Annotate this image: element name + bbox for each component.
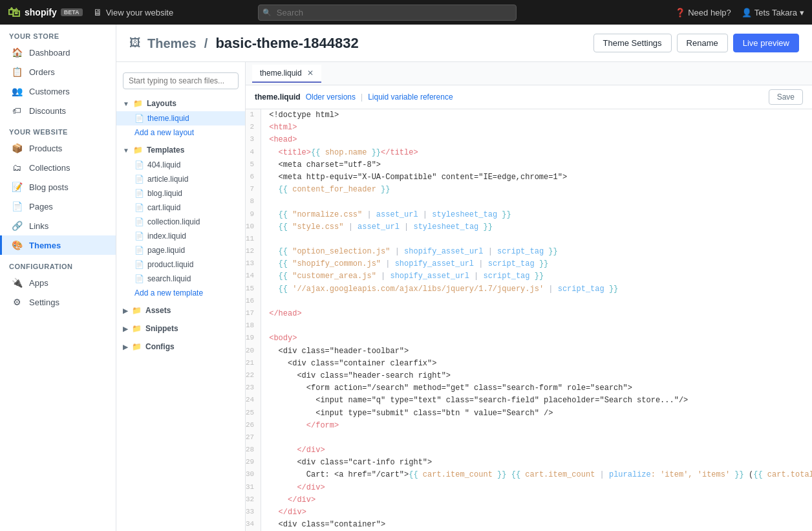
file-item-blog[interactable]: 📄 blog.liquid	[116, 186, 245, 200]
image-icon: 🖼	[129, 36, 141, 50]
table-row: 19 <body>	[246, 332, 812, 345]
line-number: 24	[246, 395, 261, 407]
live-preview-button[interactable]: Live preview	[733, 34, 799, 52]
table-row: 9 {{ "normalize.css" | asset_url | style…	[246, 209, 812, 221]
global-search	[258, 5, 517, 21]
assets-section-header[interactable]: ▶ 📁 Assets	[116, 303, 245, 318]
page-header-buttons: Theme Settings Rename Live preview	[593, 34, 799, 52]
top-nav-actions: ❓ Need help? 👤 Tets Takara ▾	[675, 8, 804, 17]
line-code	[261, 432, 812, 444]
line-number: 29	[246, 457, 261, 469]
page-title: Themes / basic-theme-1844832	[147, 35, 359, 52]
global-search-input[interactable]	[258, 5, 517, 21]
file-item-name: index.liquid	[147, 232, 186, 241]
your-store-label: YOUR STORE	[0, 25, 116, 43]
file-icon: 📄	[134, 189, 144, 198]
question-icon: ❓	[675, 8, 685, 17]
line-number: 25	[246, 407, 261, 420]
editor-tab-theme-liquid[interactable]: theme.liquid ✕	[252, 65, 321, 83]
line-code: {{ "style.css" | asset_url | stylesheet_…	[261, 221, 812, 233]
shopify-logo[interactable]: 🛍 shopify BETA	[8, 5, 83, 20]
sidebar-item-dashboard[interactable]: 🏠 Dashboard	[0, 43, 116, 62]
add-new-layout-link[interactable]: Add a new layout	[116, 125, 245, 140]
file-item-search[interactable]: 📄 search.liquid	[116, 272, 245, 286]
user-menu[interactable]: 👤 Tets Takara ▾	[742, 8, 804, 17]
sidebar-item-themes[interactable]: 🎨 Themes	[0, 235, 116, 255]
toolbar-separator: |	[361, 92, 363, 102]
table-row: 1 <!doctype html>	[246, 109, 812, 122]
close-tab-button[interactable]: ✕	[307, 69, 314, 78]
config-label: CONFIGURATION	[0, 255, 116, 273]
snippets-section-header[interactable]: ▶ 📁 Snippets	[116, 321, 245, 336]
file-icon: 📄	[134, 160, 144, 169]
sidebar-item-settings[interactable]: ⚙ Settings	[0, 292, 116, 312]
line-code	[261, 320, 812, 332]
file-item-404[interactable]: 📄 404.liquid	[116, 158, 245, 172]
line-number: 15	[246, 283, 261, 296]
need-help-button[interactable]: ❓ Need help?	[675, 8, 731, 17]
line-code: </div>	[261, 444, 812, 457]
line-number: 9	[246, 209, 261, 221]
assets-section: ▶ 📁 Assets	[116, 303, 245, 318]
view-website-button[interactable]: 🖥 View your website	[93, 7, 174, 17]
table-row: 32 </div>	[246, 494, 812, 506]
table-row: 14 {{ "customer_area.js" | shopify_asset…	[246, 270, 812, 283]
beta-badge: BETA	[61, 8, 83, 16]
theme-settings-button[interactable]: Theme Settings	[593, 34, 672, 52]
products-icon: 📦	[11, 143, 23, 153]
line-code	[261, 233, 812, 246]
line-code: <input name="q" type="text" class="searc…	[261, 395, 812, 407]
file-icon: 📄	[134, 260, 144, 269]
configs-section-header[interactable]: ▶ 📁 Configs	[116, 339, 245, 354]
file-item-cart[interactable]: 📄 cart.liquid	[116, 200, 245, 215]
code-editor: theme.liquid ✕ theme.liquid Older versio…	[246, 62, 812, 531]
liquid-ref-link[interactable]: Liquid variable reference	[368, 92, 453, 102]
sidebar-item-apps[interactable]: 🔌 Apps	[0, 273, 116, 292]
file-item-theme-liquid[interactable]: 📄 theme.liquid	[116, 111, 245, 125]
table-row: 23 <form action="/search" method="get" c…	[246, 382, 812, 395]
file-item-page[interactable]: 📄 page.liquid	[116, 243, 245, 257]
sidebar-item-orders[interactable]: 📋 Orders	[0, 62, 116, 81]
line-number: 1	[246, 109, 261, 122]
table-row: 13 {{ "shopify_common.js" | shopify_asse…	[246, 258, 812, 270]
line-code: </div>	[261, 494, 812, 506]
line-code: <html>	[261, 122, 812, 134]
table-row: 2 <html>	[246, 122, 812, 134]
sidebar-item-collections[interactable]: 🗂 Collections	[0, 158, 116, 177]
rename-button[interactable]: Rename	[677, 34, 728, 52]
file-icon: 📄	[134, 232, 144, 241]
table-row: 22 <div class="header-search right">	[246, 370, 812, 382]
sidebar-item-links[interactable]: 🔗 Links	[0, 216, 116, 235]
line-number: 14	[246, 270, 261, 283]
table-row: 28 </div>	[246, 444, 812, 457]
sidebar-item-discounts[interactable]: 🏷 Discounts	[0, 101, 116, 120]
file-browser: ▼ 📁 Layouts 📄 theme.liquid Add a new lay…	[116, 62, 246, 531]
file-icon: 📄	[134, 203, 144, 212]
line-number: 32	[246, 494, 261, 506]
code-content[interactable]: 1 <!doctype html> 2 <html> 3 <head> 4 <t…	[246, 109, 812, 531]
file-search-input[interactable]	[123, 72, 239, 89]
breadcrumb-parent[interactable]: Themes	[147, 36, 197, 50]
line-number: 11	[246, 233, 261, 246]
add-new-template-link[interactable]: Add a new template	[116, 286, 245, 300]
your-website-label: YOUR WEBSITE	[0, 120, 116, 138]
save-button[interactable]: Save	[769, 89, 803, 105]
file-item-article[interactable]: 📄 article.liquid	[116, 172, 245, 186]
sidebar-item-pages[interactable]: 📄 Pages	[0, 197, 116, 216]
line-number: 18	[246, 320, 261, 332]
older-versions-link[interactable]: Older versions	[306, 92, 356, 102]
folder-icon: 📁	[132, 324, 142, 333]
sidebar-item-products[interactable]: 📦 Products	[0, 138, 116, 158]
table-row: 34 <div class="container">	[246, 519, 812, 531]
editor-area: ▼ 📁 Layouts 📄 theme.liquid Add a new lay…	[116, 62, 812, 531]
line-code: {{ '//ajax.googleapis.com/ajax/libs/jque…	[261, 283, 812, 296]
layouts-section-header[interactable]: ▼ 📁 Layouts	[116, 96, 245, 111]
file-item-collection[interactable]: 📄 collection.liquid	[116, 215, 245, 229]
sidebar-item-blog-posts[interactable]: 📝 Blog posts	[0, 177, 116, 197]
arrow-down-icon: ▼	[123, 100, 129, 107]
file-item-name: theme.liquid	[147, 114, 189, 123]
templates-section-header[interactable]: ▼ 📁 Templates	[116, 142, 245, 158]
sidebar-item-customers[interactable]: 👥 Customers	[0, 81, 116, 101]
file-item-index[interactable]: 📄 index.liquid	[116, 229, 245, 243]
file-item-product[interactable]: 📄 product.liquid	[116, 257, 245, 272]
